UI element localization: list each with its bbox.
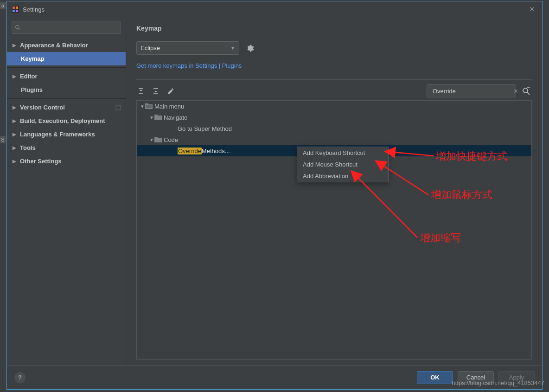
app-icon <box>12 6 19 13</box>
menu-add-mouse-shortcut[interactable]: Add Mouse Shortcut <box>297 159 388 170</box>
chevron-right-icon: ▶ <box>12 43 17 48</box>
sidebar-tree: ▶Appearance & Behavior Keymap ▶Editor Pl… <box>7 39 126 365</box>
svg-point-5 <box>16 25 19 28</box>
chevron-right-icon: ▶ <box>12 159 17 164</box>
dialog-footer: ? OK Cancel Apply <box>7 365 542 389</box>
sidebar-item-other-settings[interactable]: ▶Other Settings <box>7 154 126 168</box>
chevron-right-icon: ▶ <box>12 132 17 137</box>
menu-add-abbreviation[interactable]: Add Abbreviation <box>297 170 388 182</box>
action-search[interactable]: ✕ <box>427 84 516 97</box>
gear-icon[interactable] <box>246 44 254 52</box>
search-highlight: Override <box>178 148 202 154</box>
sidebar-search-input[interactable] <box>24 24 118 31</box>
dropdown-value: Eclipse <box>140 45 160 51</box>
sidebar-item-plugins[interactable]: Plugins <box>7 83 126 96</box>
chevron-right-icon: ▶ <box>12 74 17 79</box>
expand-all-icon[interactable] <box>136 86 146 96</box>
more-keymaps-link[interactable]: Get more keymaps in Settings | Plugins <box>136 62 532 69</box>
chevron-down-icon: ▼ <box>149 115 154 120</box>
svg-rect-7 <box>116 105 121 110</box>
tree-node-code[interactable]: ▼ Code <box>137 134 531 145</box>
chevron-down-icon: ▼ <box>140 104 145 109</box>
folder-icon <box>154 136 162 143</box>
sidebar-item-keymap[interactable]: Keymap <box>7 52 126 65</box>
svg-rect-4 <box>16 10 18 12</box>
find-action-by-shortcut-icon[interactable] <box>522 87 532 95</box>
sidebar-item-build[interactable]: ▶Build, Execution, Deployment <box>7 114 126 128</box>
tree-node-navigate[interactable]: ▼ Navigate <box>137 112 531 123</box>
close-icon[interactable]: ✕ <box>526 5 537 13</box>
window-title: Settings <box>23 6 523 13</box>
folder-icon <box>145 103 153 109</box>
svg-line-11 <box>527 92 530 95</box>
chevron-down-icon: ▼ <box>230 45 235 51</box>
svg-rect-15 <box>146 105 152 108</box>
menu-add-keyboard-shortcut[interactable]: Add Keyboard Shortcut <box>297 147 388 159</box>
sidebar-item-editor[interactable]: ▶Editor <box>7 70 126 83</box>
chevron-down-icon: ▼ <box>149 137 154 142</box>
svg-line-6 <box>19 28 20 30</box>
svg-rect-17 <box>154 115 158 116</box>
svg-point-10 <box>523 88 528 93</box>
tree-node-main-menu[interactable]: ▼ Main menu <box>137 101 531 112</box>
svg-rect-1 <box>13 6 15 9</box>
sidebar-item-tools[interactable]: ▶Tools <box>7 141 126 154</box>
ok-button[interactable]: OK <box>417 371 453 384</box>
keymap-scheme-dropdown[interactable]: Eclipse ▼ <box>136 41 239 55</box>
tree-leaf-go-to-super-method[interactable]: Go to Super Method <box>137 123 531 134</box>
edit-icon[interactable] <box>166 86 175 96</box>
cancel-button[interactable]: Cancel <box>458 371 494 384</box>
action-search-input[interactable] <box>433 88 511 95</box>
collapse-all-icon[interactable] <box>151 86 160 96</box>
sidebar-item-version-control[interactable]: ▶Version Control <box>7 101 126 114</box>
scope-icon <box>115 105 121 110</box>
clear-icon[interactable]: ✕ <box>513 88 518 95</box>
svg-rect-19 <box>154 137 158 139</box>
svg-rect-14 <box>145 103 148 105</box>
apply-button[interactable]: Apply <box>498 371 535 384</box>
main-panel: Keymap Eclipse ▼ Get more keymaps in Set… <box>126 17 542 365</box>
chevron-right-icon: ▶ <box>12 145 17 150</box>
help-icon[interactable]: ? <box>14 372 26 383</box>
search-icon <box>15 25 21 31</box>
sidebar-item-languages[interactable]: ▶Languages & Frameworks <box>7 128 126 141</box>
svg-rect-2 <box>16 6 18 9</box>
keymap-toolbar: ✕ <box>136 84 532 97</box>
chevron-right-icon: ▶ <box>12 118 17 123</box>
keymap-actions-tree: ▼ Main menu ▼ Navigate Go to Super Metho… <box>136 100 532 360</box>
context-menu: Add Keyboard Shortcut Add Mouse Shortcut… <box>297 147 389 182</box>
sidebar-search[interactable] <box>12 21 121 34</box>
sidebar: ▶Appearance & Behavior Keymap ▶Editor Pl… <box>7 17 126 365</box>
page-title: Keymap <box>136 25 532 32</box>
titlebar: Settings ✕ <box>7 1 542 17</box>
sidebar-item-appearance[interactable]: ▶Appearance & Behavior <box>7 39 126 52</box>
chevron-right-icon: ▶ <box>12 105 17 110</box>
svg-rect-3 <box>13 10 15 12</box>
folder-icon <box>154 114 162 121</box>
settings-dialog: Settings ✕ ▶Appearance & Behavior Keymap… <box>6 1 543 390</box>
